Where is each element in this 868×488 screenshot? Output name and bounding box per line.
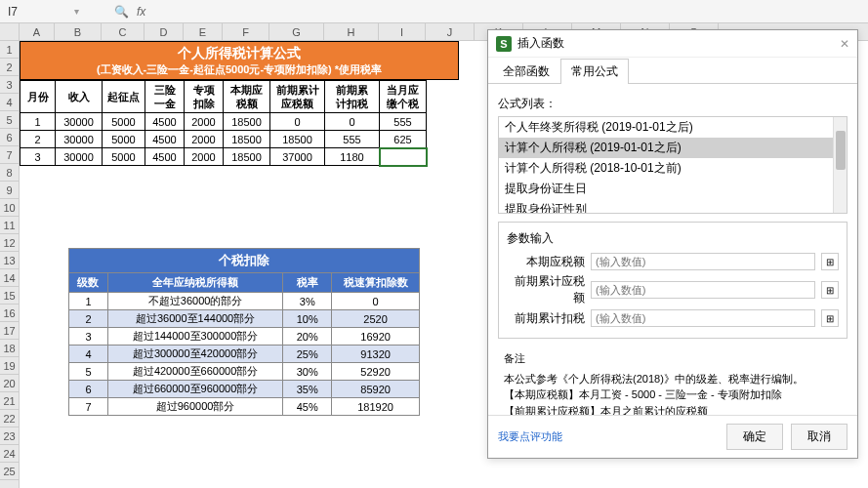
tax-cell[interactable]: 0 [325, 113, 380, 131]
bracket-cell[interactable]: 4 [69, 346, 108, 363]
row-header-6[interactable]: 6 [0, 129, 19, 146]
param-input[interactable] [591, 281, 815, 299]
col-header-B[interactable]: B [55, 23, 102, 40]
fx-icon[interactable]: fx [137, 5, 145, 19]
col-header-F[interactable]: F [223, 23, 269, 40]
row-header-22[interactable]: 22 [0, 410, 19, 427]
feedback-link[interactable]: 我要点评功能 [498, 429, 562, 444]
row-header-20[interactable]: 20 [0, 375, 19, 392]
formula-list[interactable]: 个人年终奖所得税 (2019-01-01之后)计算个人所得税 (2019-01-… [498, 116, 847, 214]
row-header-4[interactable]: 4 [0, 94, 19, 111]
close-icon[interactable]: ✕ [840, 37, 849, 51]
row-header-15[interactable]: 15 [0, 287, 19, 305]
bracket-cell[interactable]: 超过420000至660000部分 [107, 363, 282, 381]
row-header-5[interactable]: 5 [0, 111, 19, 129]
bracket-cell[interactable]: 3 [69, 328, 108, 346]
tax-cell[interactable]: 30000 [56, 113, 103, 131]
tax-cell[interactable]: 18500 [224, 113, 270, 131]
cancel-button[interactable]: 取消 [791, 424, 847, 450]
tax-cell[interactable]: 18500 [224, 148, 270, 166]
row-header-18[interactable]: 18 [0, 340, 19, 357]
tax-cell[interactable]: 625 [380, 131, 427, 148]
tax-cell[interactable]: 2000 [185, 113, 224, 131]
tax-cell[interactable]: 4500 [145, 113, 185, 131]
bracket-cell[interactable]: 超过960000部分 [107, 398, 282, 416]
formula-list-item[interactable]: 计算个人所得税 (2019-01-01之后) [499, 138, 847, 158]
bracket-cell[interactable]: 1 [69, 293, 108, 310]
tax-cell[interactable]: 555 [380, 113, 427, 131]
row-header-2[interactable]: 2 [0, 59, 19, 76]
param-input[interactable] [591, 253, 815, 270]
bracket-cell[interactable]: 20% [283, 328, 332, 346]
selected-cell[interactable] [380, 148, 427, 166]
bracket-cell[interactable]: 5 [69, 363, 108, 381]
tax-cell[interactable]: 2000 [185, 131, 224, 148]
tax-cell[interactable]: 5000 [103, 113, 145, 131]
row-header-17[interactable]: 17 [0, 322, 19, 340]
tax-cell[interactable]: 2000 [185, 148, 224, 166]
cell-reference[interactable]: I7 [0, 5, 68, 19]
main-tax-table[interactable]: 月份收入起征点三险一金专项扣除本期应税额前期累计应税额前期累计扣税当月应缴个税 … [20, 80, 427, 166]
col-header-G[interactable]: G [269, 23, 324, 40]
bracket-cell[interactable]: 16920 [332, 328, 420, 346]
tax-cell[interactable]: 0 [270, 113, 325, 131]
tax-cell[interactable]: 2 [21, 131, 56, 148]
row-header-21[interactable]: 21 [0, 392, 19, 410]
row-header-14[interactable]: 14 [0, 269, 19, 287]
col-header-J[interactable]: J [426, 23, 475, 40]
row-header-10[interactable]: 10 [0, 199, 19, 217]
bracket-cell[interactable]: 2520 [332, 310, 420, 328]
bracket-cell[interactable]: 7 [69, 398, 108, 416]
tax-cell[interactable]: 555 [325, 131, 380, 148]
range-picker-icon[interactable]: ⊞ [821, 281, 839, 299]
bracket-cell[interactable]: 不超过36000的部分 [107, 293, 282, 310]
tax-cell[interactable]: 1180 [325, 148, 380, 166]
row-header-23[interactable]: 23 [0, 427, 19, 445]
tax-cell[interactable]: 18500 [270, 131, 325, 148]
row-header-12[interactable]: 12 [0, 234, 19, 252]
col-header-H[interactable]: H [324, 23, 379, 40]
range-picker-icon[interactable]: ⊞ [821, 309, 839, 327]
tax-cell[interactable]: 30000 [56, 131, 103, 148]
param-input[interactable] [591, 309, 815, 327]
bracket-cell[interactable]: 0 [332, 293, 420, 310]
bracket-table[interactable]: 个税扣除 级数全年应纳税所得额税率税速算扣除数 1不超过36000的部分3%02… [68, 248, 420, 416]
col-header-D[interactable]: D [145, 23, 184, 40]
formula-list-item[interactable]: 个人年终奖所得税 (2019-01-01之后) [499, 117, 847, 138]
bracket-cell[interactable]: 91320 [332, 346, 420, 363]
bracket-cell[interactable]: 超过144000至300000部分 [107, 328, 282, 346]
row-header-19[interactable]: 19 [0, 357, 19, 375]
formula-list-item[interactable]: 提取身份证生日 [499, 179, 847, 199]
corner[interactable] [0, 23, 19, 41]
row-header-3[interactable]: 3 [0, 76, 19, 94]
bracket-cell[interactable]: 30% [283, 363, 332, 381]
row-header-16[interactable]: 16 [0, 305, 19, 322]
bracket-cell[interactable]: 3% [283, 293, 332, 310]
tax-cell[interactable]: 18500 [224, 131, 270, 148]
tax-cell[interactable]: 4500 [145, 148, 185, 166]
row-header-7[interactable]: 7 [0, 146, 19, 164]
formula-list-item[interactable]: 计算个人所得税 (2018-10-01之前) [499, 158, 847, 179]
row-header-13[interactable]: 13 [0, 252, 19, 269]
formula-list-item[interactable]: 提取身份证性别 [499, 199, 847, 214]
row-header-8[interactable]: 8 [0, 164, 19, 182]
bracket-cell[interactable]: 超过660000至960000部分 [107, 381, 282, 398]
scrollbar[interactable] [833, 117, 847, 213]
col-header-E[interactable]: E [184, 23, 223, 40]
row-header-1[interactable]: 1 [0, 41, 19, 59]
tax-cell[interactable]: 1 [21, 113, 56, 131]
tax-cell[interactable]: 4500 [145, 131, 185, 148]
col-header-A[interactable]: A [20, 23, 55, 40]
ok-button[interactable]: 确定 [726, 424, 783, 450]
col-header-I[interactable]: I [379, 23, 426, 40]
row-header-9[interactable]: 9 [0, 182, 19, 199]
bracket-cell[interactable]: 10% [283, 310, 332, 328]
row-header-11[interactable]: 11 [0, 217, 19, 234]
row-header-25[interactable]: 25 [0, 463, 19, 480]
search-icon[interactable]: 🔍 [114, 5, 129, 19]
tax-cell[interactable]: 30000 [56, 148, 103, 166]
bracket-cell[interactable]: 35% [283, 381, 332, 398]
tax-cell[interactable]: 5000 [103, 131, 145, 148]
bracket-cell[interactable]: 2 [69, 310, 108, 328]
dropdown-icon[interactable]: ▾ [74, 6, 79, 17]
